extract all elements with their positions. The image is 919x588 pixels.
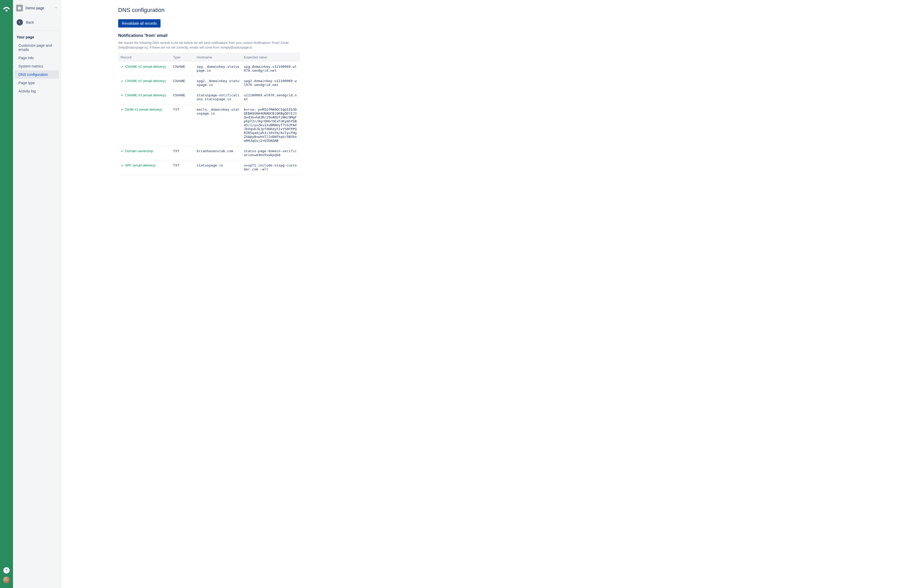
expected-cell: spg2.domainkey.u12100069.wl070.sendgrid.… <box>242 76 300 90</box>
page-title: DNS configuration <box>118 7 300 13</box>
type-cell: TXT <box>171 160 195 174</box>
check-icon <box>121 65 124 69</box>
hostname-cell: spg._domainkey.statuspage.io <box>195 61 242 76</box>
check-icon <box>121 108 124 112</box>
th-hostname: Hostname <box>195 53 242 61</box>
hostname-cell: spg2._domainkey.statuspage.io <box>195 76 242 90</box>
app-root: ? Demo page Back Your page Customize pag… <box>0 0 919 588</box>
nav-item[interactable]: System metrics <box>15 62 59 70</box>
check-icon <box>121 94 124 98</box>
record-label: CNAME #2 (email delivery) <box>125 79 166 83</box>
type-cell: TXT <box>171 104 195 146</box>
nav-heading: Your page <box>13 33 61 41</box>
expected-cell: u12100069.wl070.sendgrid.net <box>242 90 300 104</box>
expected-cell: spg.domainkey.u12100069.wl070.sendgrid.n… <box>242 61 300 76</box>
th-record: Record <box>118 53 171 61</box>
nav-item[interactable]: Page type <box>15 79 59 87</box>
table-header-row: Record Type Hostname Expected value <box>118 53 300 61</box>
record-cell: CNAME #1 (email delivery) <box>121 65 169 69</box>
svg-point-0 <box>5 10 7 11</box>
record-label: DKIM #1 (email delivery) <box>125 108 162 111</box>
table-row: SPF (email delivery)TXTstatuspage.iov=sp… <box>118 160 300 174</box>
check-icon <box>121 150 124 153</box>
chevron-down-icon <box>55 6 58 10</box>
sidebar: Demo page Back Your page Customize page … <box>13 0 61 588</box>
type-cell: CNAME <box>171 90 195 104</box>
check-icon <box>121 164 124 168</box>
table-row: CNAME #2 (email delivery)CNAMEspg2._doma… <box>118 76 300 90</box>
expected-cell: v=spf1 include:stspg-customer.com ~all <box>242 160 300 174</box>
record-label: SPF (email delivery) <box>125 163 156 167</box>
global-rail: ? <box>0 0 13 588</box>
record-label: CNAME #3 (email delivery) <box>125 93 166 97</box>
record-cell: CNAME #2 (email delivery) <box>121 79 169 83</box>
type-cell: CNAME <box>171 61 195 76</box>
revalidate-button[interactable]: Revalidate all records <box>118 19 160 27</box>
record-cell: DKIM #1 (email delivery) <box>121 108 169 112</box>
section-description: We require the following DNS records to … <box>118 40 300 50</box>
nav-item[interactable]: Page info <box>15 54 59 62</box>
project-switcher[interactable]: Demo page <box>13 0 61 16</box>
table-row: CNAME #1 (email delivery)CNAMEspg._domai… <box>118 61 300 76</box>
record-cell: SPF (email delivery) <box>121 163 169 168</box>
user-avatar[interactable] <box>3 577 10 583</box>
record-label: Domain ownership <box>125 149 153 153</box>
type-cell: CNAME <box>171 76 195 90</box>
main-content: DNS configuration Revalidate all records… <box>61 0 919 588</box>
project-icon <box>16 5 23 11</box>
th-expected: Expected value <box>242 53 300 61</box>
back-label: Back <box>26 20 34 24</box>
table-row: DKIM #1 (email delivery)TXTmailo._domain… <box>118 104 300 146</box>
check-icon <box>121 79 124 83</box>
help-icon[interactable]: ? <box>3 567 10 573</box>
nav-item[interactable]: Customize page and emails <box>15 41 59 54</box>
section-title: Notifications 'from' email <box>118 33 300 38</box>
table-row: Domain ownershipTXTbrianhasenstab.comsta… <box>118 146 300 160</box>
statuspage-logo-icon[interactable] <box>2 5 11 13</box>
back-arrow-icon <box>17 19 23 26</box>
dns-table: Record Type Hostname Expected value CNAM… <box>118 53 300 174</box>
hostname-cell: brianhasenstab.com <box>195 146 242 160</box>
record-cell: CNAME #3 (email delivery) <box>121 93 169 98</box>
expected-cell: status-page-domain-verification=m3mz9vwk… <box>242 146 300 160</box>
expected-cell: k=rsa; p=MIGfMA0GCSqGSIb3DQEBAQUAA4GNADC… <box>242 104 300 146</box>
hostname-cell: statuspage.io <box>195 160 242 174</box>
record-cell: Domain ownership <box>121 149 169 153</box>
hostname-cell: statuspage-notifications.statuspage.io <box>195 90 242 104</box>
hostname-cell: mailo._domainkey.statuspage.io <box>195 104 242 146</box>
nav-list: Customize page and emailsPage infoSystem… <box>13 41 61 95</box>
th-type: Type <box>171 53 195 61</box>
back-button[interactable]: Back <box>13 16 61 31</box>
type-cell: TXT <box>171 146 195 160</box>
project-name: Demo page <box>26 6 52 10</box>
table-row: CNAME #3 (email delivery)CNAMEstatuspage… <box>118 90 300 104</box>
nav-item[interactable]: DNS configuration <box>15 70 59 79</box>
nav-item[interactable]: Activity log <box>15 87 59 95</box>
record-label: CNAME #1 (email delivery) <box>125 65 166 69</box>
